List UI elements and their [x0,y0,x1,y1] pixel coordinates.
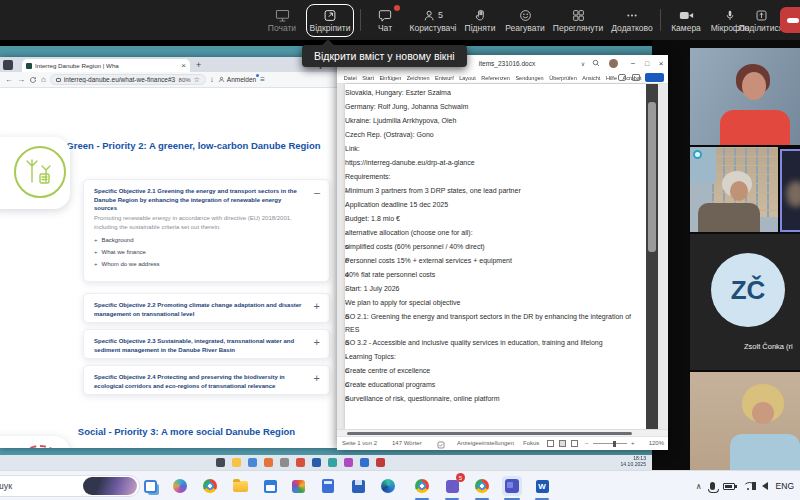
accordion-card[interactable]: Specific Objective 2.3 Sustainable, inte… [83,329,330,359]
accordion-card[interactable]: Specific Objective 2.4 Protecting and pr… [83,365,330,395]
back-button[interactable]: ← [5,76,13,84]
search-weather-widget[interactable] [83,477,137,495]
card-expand-link[interactable]: +Whom do we address [94,261,160,267]
teams-button[interactable] [502,476,522,496]
document-page[interactable]: Slovakia, Hungary: Eszter Szalma Germany… [345,84,646,429]
home-icon[interactable]: ⌂ [41,76,46,84]
unpin-button[interactable]: Відкріпити [306,4,354,37]
zoom-slider[interactable] [593,443,627,444]
ribbon-tab[interactable]: Referenzen [479,75,511,81]
ribbon-tab[interactable]: Hilfe [604,75,619,81]
raise-hand-button[interactable]: Підняти [460,4,500,37]
web-layout-icon[interactable] [571,440,578,447]
presenter-app-icon[interactable] [280,458,289,467]
participants-button[interactable]: 5 Користувачі [406,4,460,37]
share-button[interactable]: Поділитися [736,4,786,37]
zoom-in-button[interactable]: + [631,440,635,446]
forward-button[interactable]: → [17,76,25,84]
zoom-slider-knob[interactable] [613,441,616,447]
presenter-app-icon[interactable] [232,458,241,467]
chrome-button[interactable] [200,476,220,496]
ribbon-tab[interactable]: Entwurf [433,75,455,81]
new-tab-button[interactable]: + [196,61,201,70]
word-count-status[interactable]: 147 Wörter [392,440,422,446]
zoom-percent[interactable]: 120% [649,440,664,446]
pinned-tab-icon[interactable] [3,60,13,70]
display-settings-button[interactable]: Anzeigeeinstellungen [457,440,514,446]
word-search-icon[interactable] [592,55,600,71]
ribbon-tab[interactable]: Überprüfen [547,75,578,81]
word-close-button[interactable]: × [655,55,667,71]
more-button[interactable]: Додатково [608,4,656,37]
accordion-card[interactable]: Specific Objective 2.2 Promoting climate… [83,293,330,323]
ribbon-tab[interactable]: Zeichnen [405,75,431,81]
presenter-app-icon[interactable] [296,458,305,467]
ribbon-tab[interactable]: Start [360,75,375,81]
start-share-button[interactable]: Почати [258,4,306,37]
collapse-icon[interactable]: – [314,187,320,198]
chrome-profile-button[interactable] [412,476,432,496]
focus-button[interactable]: Fokus [523,440,539,446]
presenter-app-icon[interactable] [216,458,225,467]
scrollbar-thumb[interactable] [347,432,632,435]
chat-button[interactable]: Чат [366,4,404,37]
leave-button[interactable] [780,7,800,33]
print-layout-icon[interactable] [559,440,566,447]
presenter-app-icon[interactable] [376,458,385,467]
reload-icon[interactable] [29,76,37,84]
editing-mode-icon[interactable] [632,74,640,81]
tray-chevron-icon[interactable]: ∧ [696,482,702,491]
photos-button[interactable] [288,476,308,496]
view-button[interactable]: Переглянути [550,4,606,37]
chrome-personal-button[interactable] [472,476,492,496]
scrollbar-thumb[interactable] [648,102,656,252]
ribbon-tab[interactable]: Sendungen [514,75,546,81]
presenter-app-icon[interactable] [344,458,353,467]
browser-active-tab[interactable]: Interreg Danube Region | Wha × [22,59,190,72]
language-indicator[interactable]: ENG [776,481,794,491]
tab-close-icon[interactable]: × [181,62,186,70]
url-bar[interactable]: interreg-danube.eu/what-we-finance#3 80%… [50,74,206,85]
presenter-app-icon[interactable] [248,458,257,467]
calendar-button[interactable] [260,476,280,496]
presenter-app-icon[interactable] [360,458,369,467]
word-maximize-button[interactable]: □ [641,55,653,71]
calculator-button[interactable] [318,476,338,496]
video-tile-participant-1[interactable] [690,48,800,145]
taskbar-search-box[interactable]: Пошук [0,475,140,497]
word-button[interactable]: W [532,476,552,496]
word-minimize-button[interactable]: − [627,55,639,71]
page-zoom-level[interactable]: 80% [179,77,191,83]
camera-button[interactable]: Камера [666,4,706,37]
ribbon-tab[interactable]: Einfügen [378,75,403,81]
word-share-button[interactable] [645,73,664,82]
video-tile-participant-4[interactable] [690,372,800,470]
word-horizontal-scrollbar[interactable] [337,429,668,436]
browser-menu-icon[interactable]: ≡ [260,76,265,84]
page-count-status[interactable]: Seite 1 von 2 [342,440,377,446]
comments-icon[interactable] [618,74,626,81]
accordion-card-so21[interactable]: Specific Objective 2.1 Greening the ener… [83,179,330,282]
tray-microphone-icon[interactable] [710,482,715,490]
edge-button[interactable] [378,476,398,496]
video-tile-participant-2[interactable] [690,147,778,232]
react-button[interactable]: Реагувати [502,4,548,37]
save-app-button[interactable] [348,476,368,496]
card-expand-link[interactable]: +Background [94,237,134,243]
video-tile-active-speaker-partial[interactable] [780,149,800,232]
ribbon-tab[interactable]: Layout [457,75,477,81]
expand-icon[interactable]: + [314,301,320,312]
presenter-app-icon[interactable] [328,458,337,467]
battery-icon[interactable] [723,483,735,490]
presenter-app-icon[interactable] [264,458,273,467]
presenter-app-icon[interactable] [312,458,321,467]
video-tile-zsolt-conka[interactable]: ZČ Zsolt Čonka (ri [690,234,800,370]
speaker-icon[interactable] [762,482,768,490]
title-chevron-icon[interactable]: ∨ [577,55,589,71]
proofing-icon[interactable] [437,441,445,449]
ribbon-tab[interactable]: Ansicht [580,75,602,81]
expand-icon[interactable]: + [314,337,320,348]
card-expand-link[interactable]: +What we finance [94,249,146,255]
ribbon-tab[interactable]: Datei [342,75,359,81]
downloads-icon[interactable]: ↓ [210,76,214,84]
